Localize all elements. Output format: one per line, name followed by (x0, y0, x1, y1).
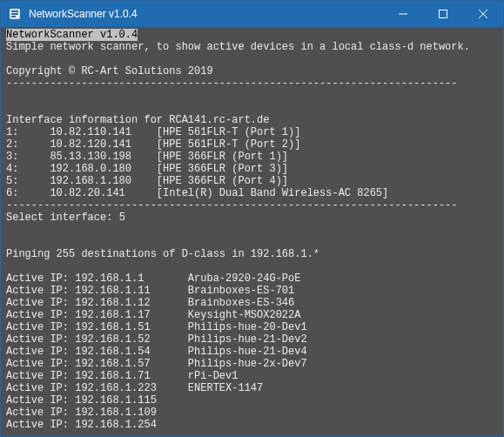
svg-rect-3 (11, 16, 16, 17)
interface-row: 3: 85.13.130.198 [HPE 366FLR (Port 1)] (6, 151, 288, 163)
active-ip-row: Active IP: 192.168.1.54 Philips-hue-21-D… (6, 346, 307, 358)
svg-rect-1 (11, 10, 18, 12)
interface-row: 4: 192.168.0.180 [HPE 366FLR (Port 3)] (6, 163, 288, 175)
svg-rect-5 (440, 10, 447, 18)
active-ip-row: Active IP: 192.168.1.17 Keysight-MSOX202… (6, 309, 300, 321)
active-ip-row: Active IP: 192.168.1.71 rPi-Dev1 (6, 370, 238, 382)
pinging-line: Pinging 255 destinations of D-class in 1… (6, 248, 319, 260)
window-controls (383, 1, 503, 27)
active-ip-row: Active IP: 192.168.1.115 (6, 394, 157, 407)
active-ip-row: Active IP: 192.168.1.109 (6, 407, 157, 419)
active-ip-row: Active IP: 192.168.1.1 Aruba-2920-24G-Po… (6, 272, 300, 285)
copyright: Copyright © RC-Art Solutions 2019 (6, 65, 213, 77)
active-ip-row: Active IP: 192.168.1.51 Philips-hue-20-D… (6, 321, 307, 333)
active-ip-row: Active IP: 192.168.1.254 (6, 419, 157, 431)
separator: ----------------------------------------… (6, 199, 457, 212)
minimize-button[interactable] (383, 1, 423, 27)
tagline: Simple network scanner, to show active d… (6, 41, 470, 53)
select-prompt: Select interface: (6, 212, 119, 224)
close-button[interactable] (463, 1, 503, 27)
interface-row: 6: 10.82.20.141 [Intel(R) Dual Band Wire… (6, 187, 388, 199)
console-output[interactable]: NetworkScanner v1.0.4 Simple network sca… (1, 27, 503, 436)
interface-header: Interface information for RCA141.rc-art.… (6, 114, 269, 126)
interface-row: 5: 192.168.1.180 [HPE 366FLR (Port 4)] (6, 175, 288, 187)
active-ip-row: Active IP: 192.168.1.11 Brainboxes-ES-70… (6, 285, 294, 297)
svg-rect-2 (11, 13, 18, 15)
interface-row: 1: 10.82.110.141 [HPE 561FLR-T (Port 1)] (6, 126, 300, 138)
selected-interface: 5 (119, 212, 125, 224)
interface-row: 2: 10.82.120.141 [HPE 561FLR-T (Port 2)] (6, 138, 300, 151)
window-title: NetworkScanner v1.0.4 (29, 8, 383, 20)
app-icon (8, 7, 22, 21)
program-header: NetworkScanner v1.0.4 (6, 29, 138, 41)
app-window: NetworkScanner v1.0.4 NetworkScanner v1.… (0, 0, 504, 437)
active-ip-row: Active IP: 192.168.1.57 Philips-hue-2x-D… (6, 358, 307, 370)
titlebar[interactable]: NetworkScanner v1.0.4 (1, 1, 503, 27)
separator: ----------------------------------------… (6, 77, 457, 90)
active-ip-row: Active IP: 192.168.1.12 Brainboxes-ES-34… (6, 297, 294, 309)
active-ip-row: Active IP: 192.168.1.52 Philips-hue-21-D… (6, 333, 307, 346)
active-ip-row: Active IP: 192.168.1.223 ENERTEX-1147 (6, 382, 263, 394)
maximize-button[interactable] (423, 1, 463, 27)
